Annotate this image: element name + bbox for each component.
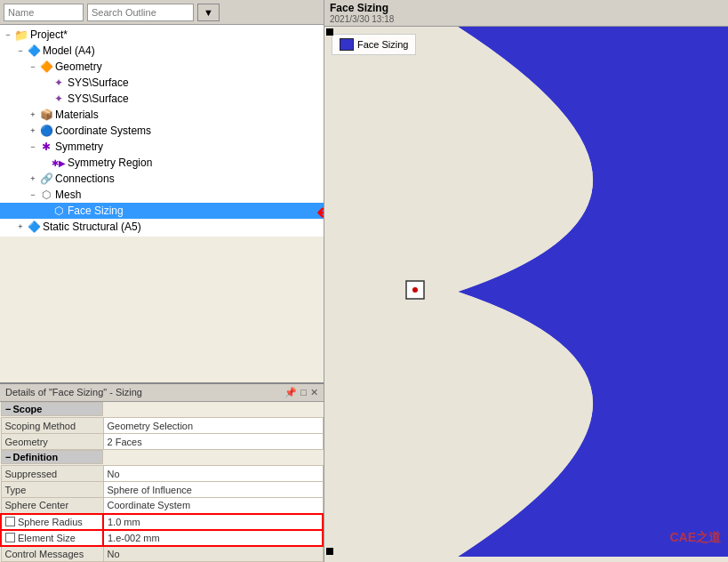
icon-static: 🔷 [27,220,41,234]
label-mesh: Mesh [55,189,81,201]
label-materials: Materials [55,108,99,121]
value-type[interactable]: Sphere of Influence [103,482,323,498]
tree-item-model[interactable]: − 🔷 Model (A4) [0,43,324,59]
tree-item-static[interactable]: + 🔷 Static Structural (A5) [0,219,324,235]
shape-path [458,27,728,557]
left-panel: ▼ − 📁 Project* − 🔷 Model (A4) [0,0,324,562]
label-symmetry: Symmetry [55,140,103,153]
row-control-messages: Control Messages No [1,546,323,562]
value-geometry-prop[interactable]: 2 Faces [103,434,323,450]
tree-item-connections[interactable]: + 🔗 Connections [0,171,324,187]
scope-expander[interactable]: − [5,404,11,414]
value-control-messages: No [103,546,323,562]
element-size-checkbox[interactable] [5,533,15,542]
expander-surface2 [39,92,52,105]
shape-svg [324,27,728,557]
row-type: Type Sphere of Influence [1,482,323,498]
expander-geometry[interactable]: − [27,60,39,73]
icon-project: 📁 [14,28,28,42]
expander-connections[interactable]: + [27,173,39,185]
label-geometry-prop: Geometry [1,434,103,450]
right-panel: Face Sizing 2021/3/30 13:18 Face Sizing [324,0,728,562]
sphere-radius-label-text: Sphere Radius [18,517,83,527]
search-input[interactable] [87,4,194,21]
close-details-icon[interactable]: ✕ [310,387,318,398]
expander-coord[interactable]: + [27,124,39,137]
expander-project[interactable]: − [2,28,14,41]
icon-connections: 🔗 [39,172,53,186]
value-suppressed[interactable]: No [103,466,323,482]
details-table: − Scope Scoping Method Geometry Selectio… [0,402,324,563]
tree-item-symmetry[interactable]: − ✱ Symmetry [0,139,324,155]
pin-icon[interactable]: 📌 [284,387,297,398]
tree-item-coord[interactable]: + 🔵 Coordinate Systems [0,123,324,139]
label-type: Type [1,482,103,498]
icon-model: 🔷 [27,44,41,58]
sphere-radius-checkbox[interactable] [5,517,15,526]
icon-coord: 🔵 [39,124,53,138]
expander-facesize [39,205,52,217]
label-surface1: SYS\Surface [68,76,129,89]
expander-mesh[interactable]: − [27,189,39,201]
label-static: Static Structural (A5) [43,221,141,233]
def-label: Definition [12,452,58,462]
label-coord: Coordinate Systems [55,124,151,137]
label-symregion: Symmetry Region [68,157,152,169]
row-element-size: Element Size 1.e-002 mm [1,530,323,546]
tree-item-geometry[interactable]: − 🔶 Geometry [0,59,324,75]
details-header: Details of "Face Sizing" - Sizing 📌 □ ✕ [0,384,324,402]
icon-symmetry: ✱ [39,140,53,154]
label-geometry: Geometry [55,60,102,73]
row-sphere-radius: Sphere Radius 1.0 mm [1,514,323,530]
icon-surface1: ✦ [52,76,66,90]
icon-symregion: ✱▶ [52,156,66,170]
label-sphere-center: Sphere Center [1,498,103,514]
label-connections: Connections [55,173,115,185]
tree-item-surface1[interactable]: ✦ SYS\Surface [0,75,324,91]
row-geometry: Geometry 2 Faces [1,434,323,450]
expander-symmetry[interactable]: − [27,140,39,153]
maximize-icon[interactable]: □ [300,387,307,397]
watermark: CAE之道 [669,530,721,546]
expander-static[interactable]: + [14,221,27,233]
tree-wrapper: − 📁 Project* − 🔷 Model (A4) − 🔶 Geometr [0,25,324,382]
expander-model[interactable]: − [14,44,27,57]
expander-symregion [39,157,52,169]
tree-item-materials[interactable]: + 📦 Materials [0,107,324,123]
value-element-size[interactable]: 1.e-002 mm [103,530,323,546]
def-expander[interactable]: − [5,452,11,462]
tree-item-project[interactable]: − 📁 Project* [0,27,324,43]
label-element-size: Element Size [1,530,103,546]
label-facesize: Face Sizing [68,205,124,217]
expander-materials[interactable]: + [27,108,39,121]
icon-surface2: ✦ [52,92,66,106]
expander-surface1 [39,76,52,89]
tree-item-symregion[interactable]: ✱▶ Symmetry Region [0,155,324,171]
tree-item-mesh[interactable]: − ⬡ Mesh [0,187,324,203]
label-control-messages: Control Messages [1,546,103,562]
icon-mesh: ⬡ [39,188,53,202]
icon-geometry: 🔶 [39,60,53,74]
label-project: Project* [30,28,68,41]
dropdown-button[interactable]: ▼ [197,4,220,21]
tree-area: − 📁 Project* − 🔷 Model (A4) − 🔶 Geometr [0,25,324,237]
name-input[interactable] [4,4,84,21]
value-sphere-radius[interactable]: 1.0 mm [103,514,323,530]
value-scoping-method[interactable]: Geometry Selection [103,418,323,434]
pinch-dot [412,287,418,293]
viewport-header: Face Sizing 2021/3/30 13:18 [324,0,728,27]
viewport-date: 2021/3/30 13:18 [330,14,723,24]
viewport-title: Face Sizing [330,2,723,14]
label-sphere-radius: Sphere Radius [1,514,103,530]
label-model: Model (A4) [43,44,95,57]
label-surface2: SYS\Surface [68,92,129,105]
icon-facesize: ⬡ [52,204,66,218]
label-suppressed: Suppressed [1,466,103,482]
shape-container [324,27,728,557]
row-scoping-method: Scoping Method Geometry Selection [1,418,323,434]
tree-item-surface2[interactable]: ✦ SYS\Surface [0,91,324,107]
viewport-canvas: Face Sizing C [324,27,728,557]
tree-item-facesize[interactable]: ⬡ Face Sizing ➜ [0,203,324,219]
value-sphere-center[interactable]: Coordinate System [103,498,323,514]
scope-label: Scope [12,404,42,414]
